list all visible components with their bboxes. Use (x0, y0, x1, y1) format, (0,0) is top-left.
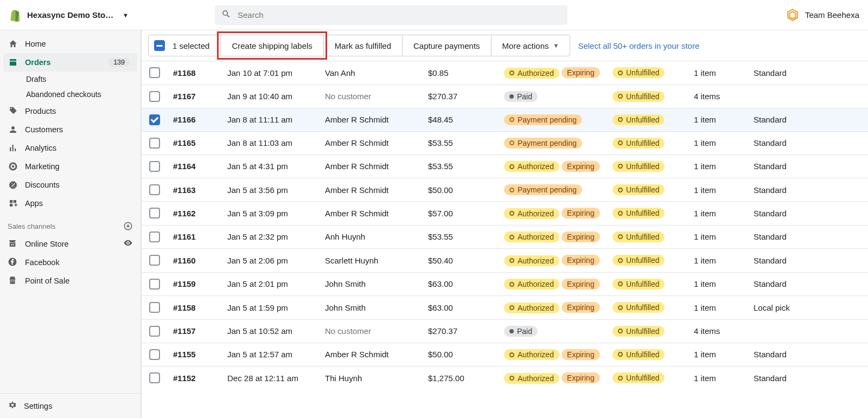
search-input[interactable] (237, 10, 561, 20)
fulfillment-status-cell: Unfulfilled (607, 61, 688, 85)
table-row[interactable]: #1161Jan 5 at 2:32 pmAnh Huynh$53.55Auth… (142, 225, 868, 249)
order-id[interactable]: #1167 (168, 85, 222, 108)
channel-online-store[interactable]: Online Store (0, 234, 141, 253)
row-checkbox[interactable] (149, 161, 160, 172)
order-items: 1 item (688, 61, 748, 85)
order-customer: No customer (320, 85, 423, 108)
checkbox-indeterminate-icon[interactable] (154, 40, 165, 51)
sidebar-item-orders[interactable]: Orders 139 (3, 53, 137, 72)
channel-label: Facebook (25, 258, 60, 267)
status-badge: Authorized (504, 208, 559, 219)
payment-status-cell: Authorized Expiring (499, 366, 607, 390)
channel-pos[interactable]: Point of Sale (0, 272, 141, 290)
order-items: 1 item (688, 366, 748, 390)
order-id[interactable]: #1166 (168, 108, 222, 131)
table-row[interactable]: #1160Jan 5 at 2:06 pmScarlett Huynh$50.4… (142, 249, 868, 273)
order-id[interactable]: #1165 (168, 131, 222, 155)
order-id[interactable]: #1152 (168, 366, 222, 390)
order-customer: Amber R Schmidt (320, 343, 423, 366)
settings-label: Settings (24, 402, 52, 410)
payment-status-cell: Authorized Expiring (499, 202, 607, 226)
row-checkbox[interactable] (149, 326, 160, 337)
status-badge: Authorized (504, 279, 559, 290)
payment-status-cell: Paid (499, 319, 607, 343)
sidebar-item-apps[interactable]: Apps (0, 194, 141, 213)
row-checkbox[interactable] (149, 184, 160, 195)
order-date: Jan 8 at 11:03 am (222, 131, 320, 155)
sidebar-sub-drafts[interactable]: Drafts (0, 72, 141, 87)
row-checkbox[interactable] (149, 138, 160, 149)
sidebar-item-marketing[interactable]: Marketing (0, 157, 141, 176)
row-checkbox[interactable] (149, 255, 160, 266)
payment-status-cell: Payment pending (499, 108, 607, 131)
row-checkbox[interactable] (149, 231, 160, 242)
order-id[interactable]: #1164 (168, 155, 222, 178)
brand[interactable]: Hexasync Demo Stor… ▼ (9, 9, 139, 22)
row-checkbox[interactable] (149, 372, 160, 383)
payment-status-cell: Authorized Expiring (499, 343, 607, 366)
order-id[interactable]: #1168 (168, 61, 222, 85)
order-delivery: Standard (748, 225, 868, 249)
table-row[interactable]: #1167Jan 9 at 10:40 amNo customer$270.37… (142, 85, 868, 108)
table-row[interactable]: #1158Jan 5 at 1:59 pmJohn Smith$63.00Aut… (142, 296, 868, 320)
sidebar-item-analytics[interactable]: Analytics (0, 139, 141, 157)
sidebar-item-customers[interactable]: Customers (0, 120, 141, 139)
orders-table: #1168Jan 10 at 7:01 pmVan Anh$0.85Author… (142, 61, 868, 390)
order-date: Jan 5 at 3:56 pm (222, 178, 320, 202)
bulk-select-indicator[interactable]: 1 selected (148, 35, 221, 56)
table-row[interactable]: #1164Jan 5 at 4:31 pmAmber R Schmidt$53.… (142, 155, 868, 178)
row-checkbox[interactable] (149, 349, 160, 360)
order-id[interactable]: #1163 (168, 178, 222, 202)
sidebar-sub-abandoned[interactable]: Abandoned checkouts (0, 87, 141, 102)
table-row[interactable]: #1165Jan 8 at 11:03 amAmber R Schmidt$53… (142, 131, 868, 155)
global-search[interactable] (215, 5, 567, 25)
sidebar-item-products[interactable]: Products (0, 102, 141, 120)
table-row[interactable]: #1157Jan 5 at 10:52 amNo customer$270.37… (142, 319, 868, 343)
table-row[interactable]: #1163Jan 5 at 3:56 pmAmber R Schmidt$50.… (142, 178, 868, 202)
payment-status-cell: Payment pending (499, 131, 607, 155)
row-checkbox[interactable] (149, 208, 160, 218)
sidebar-item-discounts[interactable]: Discounts (0, 176, 141, 194)
channel-facebook[interactable]: Facebook (0, 253, 141, 272)
status-badge: Payment pending (504, 138, 582, 149)
order-date: Jan 5 at 1:59 pm (222, 296, 320, 320)
row-checkbox[interactable] (149, 279, 160, 290)
order-date: Dec 28 at 12:11 am (222, 366, 320, 390)
table-row[interactable]: #1155Jan 5 at 12:57 amAmber R Schmidt$50… (142, 343, 868, 366)
row-checkbox[interactable] (149, 91, 160, 102)
row-checkbox[interactable] (149, 67, 160, 78)
user-menu[interactable]: Team Beehexa (786, 8, 859, 22)
order-id[interactable]: #1158 (168, 296, 222, 320)
table-row[interactable]: #1168Jan 10 at 7:01 pmVan Anh$0.85Author… (142, 61, 868, 85)
order-delivery: Standard (748, 343, 868, 366)
order-id[interactable]: #1155 (168, 343, 222, 366)
fulfillment-status-cell: Unfulfilled (607, 249, 688, 273)
table-row[interactable]: #1166Jan 8 at 11:11 amAmber R Schmidt$48… (142, 108, 868, 131)
order-total: $53.55 (423, 225, 499, 249)
table-row[interactable]: #1152Dec 28 at 12:11 amThi Huynh$1,275.0… (142, 366, 868, 390)
sidebar-settings[interactable]: Settings (0, 393, 141, 418)
table-row[interactable]: #1162Jan 5 at 3:09 pmAmber R Schmidt$57.… (142, 202, 868, 226)
order-id[interactable]: #1161 (168, 225, 222, 249)
order-id[interactable]: #1159 (168, 272, 222, 296)
mark-as-fulfilled-button[interactable]: Mark as fulfilled (324, 35, 403, 56)
row-checkbox[interactable] (149, 302, 160, 313)
payment-status-cell: Authorized Expiring (499, 155, 607, 178)
order-id[interactable]: #1160 (168, 249, 222, 273)
select-all-link[interactable]: Select all 50+ orders in your store (578, 41, 699, 50)
store-icon (8, 239, 18, 249)
order-id[interactable]: #1157 (168, 319, 222, 343)
status-badge: Unfulfilled (612, 279, 665, 290)
sidebar-item-home[interactable]: Home (0, 35, 141, 53)
row-checkbox[interactable] (149, 114, 160, 125)
add-channel-icon[interactable] (123, 221, 133, 231)
create-shipping-labels-button[interactable]: Create shipping labels (221, 35, 323, 56)
capture-payments-button[interactable]: Capture payments (403, 35, 492, 56)
sidebar-item-label: Customers (25, 125, 133, 134)
more-actions-button[interactable]: More actions ▼ (492, 35, 571, 56)
order-delivery: Standard (748, 366, 868, 390)
eye-icon[interactable] (123, 238, 133, 249)
table-row[interactable]: #1159Jan 5 at 2:01 pmJohn Smith$63.00Aut… (142, 272, 868, 296)
order-delivery: Standard (748, 249, 868, 273)
order-id[interactable]: #1162 (168, 202, 222, 226)
